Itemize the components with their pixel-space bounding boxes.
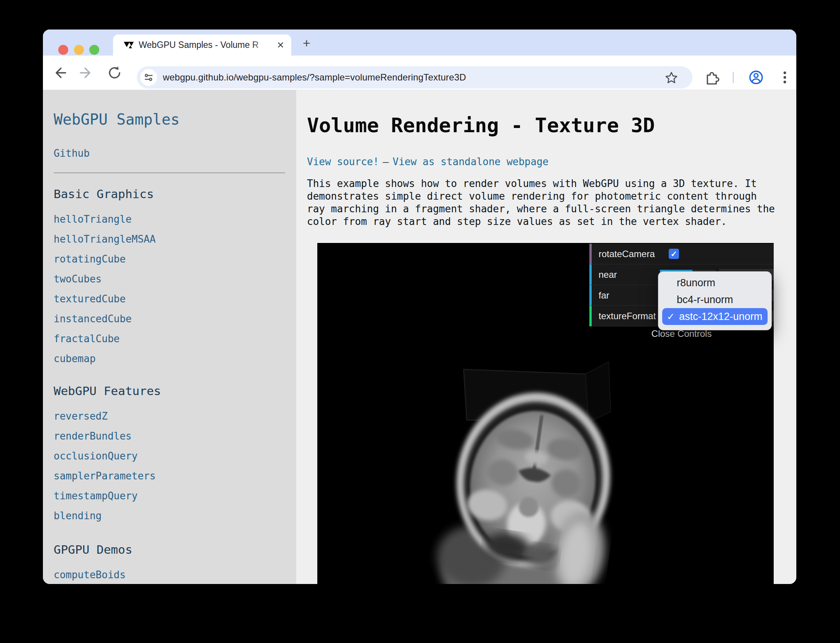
webgpu-favicon-icon (124, 41, 134, 50)
sidebar-link-helloTriangle[interactable]: helloTriangle (54, 209, 289, 229)
dropdown-check-icon: ✓ (667, 308, 675, 325)
dropdown-item-bc4-r-unorm[interactable]: bc4-r-unorm (662, 291, 768, 308)
dropdown-item-r8unorm[interactable]: r8unorm (662, 274, 768, 291)
url-bar[interactable]: webgpu.github.io/webgpu-samples/?sample=… (137, 66, 692, 89)
site-settings-icon[interactable] (140, 69, 157, 86)
zoom-window-button[interactable] (89, 45, 99, 55)
sidebar-heading-gpgpu-demos: GPGPU Demos (54, 543, 289, 556)
tab-title: WebGPU Samples - Volume R (139, 40, 275, 50)
url-text[interactable]: webgpu.github.io/webgpu-samples/?sample=… (163, 72, 466, 83)
forward-icon[interactable] (79, 65, 94, 80)
extensions-icon[interactable] (704, 70, 720, 85)
render-canvas[interactable]: rotateCamera ✓ near 1.0 far texture (317, 243, 774, 584)
sidebar-link-computeBoids[interactable]: computeBoids (54, 565, 289, 584)
bookmark-star-icon[interactable] (664, 71, 678, 85)
sample-description: This example shows how to render volumes… (307, 177, 775, 228)
sidebar-link-timestampQuery[interactable]: timestampQuery (54, 486, 289, 506)
view-source-link[interactable]: View source! (307, 156, 379, 167)
sidebar-link-helloTriangleMSAA[interactable]: helloTriangleMSAA (54, 229, 289, 249)
sidebar: WebGPU Samples Github Basic Graphics hel… (43, 90, 296, 584)
sidebar-title: WebGPU Samples (54, 111, 289, 128)
sidebar-heading-webgpu-features: WebGPU Features (54, 384, 289, 398)
page-content: WebGPU Samples Github Basic Graphics hel… (43, 90, 796, 584)
gui-label-near: near (599, 264, 617, 285)
sidebar-link-renderBundles[interactable]: renderBundles (54, 426, 289, 446)
gui-label-far: far (599, 285, 609, 305)
sidebar-heading-basic-graphics: Basic Graphics (54, 187, 289, 201)
textureFormat-dropdown: r8unorm bc4-r-unorm ✓ astc-12x12-unorm (658, 271, 772, 330)
tab-strip: WebGPU Samples - Volume R ✕ + (43, 30, 796, 56)
toolbar-separator (733, 72, 734, 83)
main-content: Volume Rendering - Texture 3D View sourc… (296, 90, 796, 584)
gui-row-rotateCamera: rotateCamera ✓ (589, 244, 774, 264)
back-icon[interactable] (52, 65, 67, 80)
standalone-link[interactable]: View as standalone webpage (393, 156, 549, 167)
sidebar-link-samplerParameters[interactable]: samplerParameters (54, 466, 289, 486)
profile-avatar-icon[interactable] (748, 70, 764, 85)
sidebar-link-cubemap[interactable]: cubemap (54, 349, 289, 369)
sidebar-link-reversedZ[interactable]: reversedZ (54, 406, 289, 426)
new-tab-button[interactable]: + (303, 36, 310, 49)
sidebar-link-github[interactable]: Github (54, 143, 289, 163)
sidebar-link-occlusionQuery[interactable]: occlusionQuery (54, 446, 289, 466)
link-separator: — (379, 156, 393, 167)
sidebar-link-twoCubes[interactable]: twoCubes (54, 269, 289, 289)
sidebar-divider (54, 172, 285, 173)
rotateCamera-checkbox[interactable]: ✓ (669, 249, 679, 259)
sidebar-link-blending[interactable]: blending (54, 506, 289, 526)
minimize-window-button[interactable] (74, 45, 84, 55)
tab-close-icon[interactable]: ✕ (275, 40, 286, 51)
sidebar-link-rotatingCube[interactable]: rotatingCube (54, 249, 289, 269)
browser-window: WebGPU Samples - Volume R ✕ + (43, 30, 796, 584)
sidebar-link-texturedCube[interactable]: texturedCube (54, 289, 289, 309)
sidebar-link-fractalCube[interactable]: fractalCube (54, 329, 289, 349)
close-window-button[interactable] (58, 45, 68, 55)
browser-tab[interactable]: WebGPU Samples - Volume R ✕ (113, 34, 291, 56)
gui-label-textureFormat: textureFormat (599, 306, 656, 326)
menu-dots-icon[interactable] (777, 70, 792, 85)
page-title: Volume Rendering - Texture 3D (307, 114, 655, 137)
dropdown-item-astc-12x12-unorm[interactable]: ✓ astc-12x12-unorm (662, 308, 768, 325)
reload-icon[interactable] (107, 65, 122, 80)
sidebar-link-instancedCube[interactable]: instancedCube (54, 309, 289, 329)
sample-links: View source!—View as standalone webpage (307, 156, 549, 167)
gui-label-rotateCamera: rotateCamera (599, 244, 655, 264)
